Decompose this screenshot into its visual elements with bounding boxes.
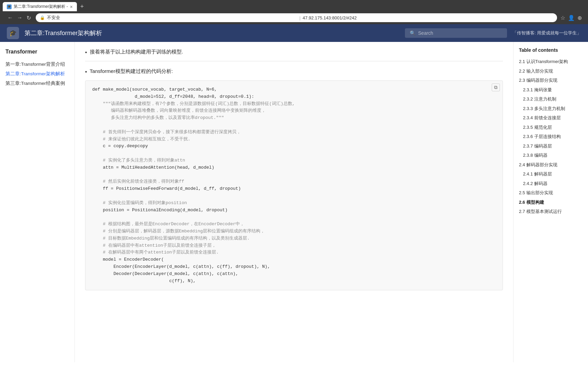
security-icon: 🔒: [40, 15, 45, 20]
bullet-dot-1: •: [85, 49, 87, 56]
toc-item-2-3-6[interactable]: 2.3.6 子层连接结构: [519, 132, 583, 141]
forward-button[interactable]: →: [16, 14, 24, 22]
toc-item-2-3-5[interactable]: 2.3.5 规范化层: [519, 123, 583, 132]
toc-item-2-3-2[interactable]: 2.3.2 注意力机制: [519, 94, 583, 104]
code-block: def make_model(source_vocab, target_voca…: [85, 81, 503, 290]
tab-favicon: 🎓: [7, 4, 12, 9]
toc-item-2-3-8[interactable]: 2.3.8 编码器: [519, 151, 583, 160]
toc-item-2-3[interactable]: 2.3 编码器部分实现: [519, 76, 583, 85]
bookmark-button[interactable]: ☆: [560, 15, 565, 21]
toc-item-2-3-7[interactable]: 2.3.7 编码器层: [519, 141, 583, 151]
sidebar-item-chapter1[interactable]: 第一章:Transformer背景介绍: [5, 60, 69, 69]
refresh-button[interactable]: ↻: [25, 14, 32, 22]
search-box[interactable]: 🔍 Search: [405, 28, 507, 38]
toc-panel: Table of contents 2.1 认识Transformer架构 2.…: [513, 42, 588, 362]
toc-heading: Table of contents: [519, 47, 583, 53]
bullet-item-2: • Tansformer模型构建过程的代码分析:: [85, 68, 503, 75]
profile-button[interactable]: 👤: [568, 15, 575, 21]
address-url: 47.92.175.143:8001/2/#242: [303, 15, 553, 20]
toc-item-2-4-1[interactable]: 2.4.1 解码器层: [519, 169, 583, 179]
toc-item-2-6[interactable]: 2.6 模型构建: [519, 198, 583, 207]
sidebar-heading: Transformer: [5, 49, 69, 55]
toc-item-2-3-3[interactable]: 2.3.3 多头注意力机制: [519, 104, 583, 113]
toc-item-2-3-4[interactable]: 2.3.4 前馈全连接层: [519, 113, 583, 123]
page-layout: Transformer 第一章:Transformer背景介绍 第二章:Tran…: [0, 42, 588, 362]
new-tab-button[interactable]: +: [78, 2, 86, 11]
logo-icon: 🎓: [9, 29, 17, 37]
back-button[interactable]: ←: [6, 14, 14, 22]
app-logo: 🎓: [7, 27, 19, 39]
bullet-text-2: Tansformer模型构建过程的代码分析:: [90, 68, 173, 75]
sidebar: Transformer 第一章:Transformer背景介绍 第二章:Tran…: [0, 42, 75, 362]
nav-buttons: ← → ↻: [6, 14, 32, 22]
toc-item-2-1[interactable]: 2.1 认识Transformer架构: [519, 57, 583, 66]
sidebar-item-chapter2[interactable]: 第二章:Transformer架构解析: [5, 69, 69, 79]
address-box[interactable]: 🔒 不安全 | 47.92.175.143:8001/2/#242: [36, 13, 557, 22]
address-security-label: 不安全: [47, 15, 297, 21]
search-icon: 🔍: [410, 30, 415, 36]
toc-item-2-7[interactable]: 2.7 模型基本测试运行: [519, 207, 583, 216]
bullet-dot-2: •: [85, 69, 87, 75]
code-block-wrapper: ⧉ def make_model(source_vocab, target_vo…: [85, 80, 503, 290]
main-content: • 接着将基于以上结构构建用于训练的模型. • Tansformer模型构建过程…: [75, 42, 513, 362]
address-bar-row: ← → ↻ 🔒 不安全 | 47.92.175.143:8001/2/#242 …: [3, 11, 585, 24]
app-title: 第二章:Transformer架构解析: [24, 29, 399, 37]
section-divider: [85, 61, 503, 61]
browser-chrome: 🎓 第二章:Transformer架构解析 - × + ← → ↻ 🔒 不安全 …: [0, 0, 588, 24]
tab-title: 第二章:Transformer架构解析 -: [14, 4, 68, 10]
toc-item-2-2[interactable]: 2.2 输入部分实现: [519, 66, 583, 76]
toc-item-2-5[interactable]: 2.5 输出部分实现: [519, 188, 583, 198]
extensions-button[interactable]: ⊕: [577, 15, 582, 21]
address-separator: |: [299, 15, 300, 20]
sidebar-item-chapter3[interactable]: 第三章:Transformer经典案例: [5, 79, 69, 88]
tab-bar: 🎓 第二章:Transformer架构解析 - × +: [3, 2, 585, 11]
browser-right-controls: ☆ 👤 ⊕: [560, 15, 582, 21]
search-placeholder: Search: [418, 30, 433, 36]
bullet-text-1: 接着将基于以上结构构建用于训练的模型.: [90, 49, 183, 55]
header-tagline: 「传智播客: 用爱成就每一位学生」: [512, 30, 581, 36]
toc-item-2-4-2[interactable]: 2.4.2 解码器: [519, 179, 583, 188]
active-tab[interactable]: 🎓 第二章:Transformer架构解析 - ×: [3, 2, 77, 11]
tab-close-button[interactable]: ×: [70, 4, 73, 9]
toc-item-2-3-1[interactable]: 2.3.1 掩码张量: [519, 85, 583, 95]
app-header: 🎓 第二章:Transformer架构解析 🔍 Search 「传智播客: 用爱…: [0, 24, 588, 42]
copy-code-button[interactable]: ⧉: [492, 83, 500, 91]
bullet-item-1: • 接着将基于以上结构构建用于训练的模型.: [85, 49, 503, 56]
toc-item-2-4[interactable]: 2.4 解码器部分实现: [519, 160, 583, 170]
